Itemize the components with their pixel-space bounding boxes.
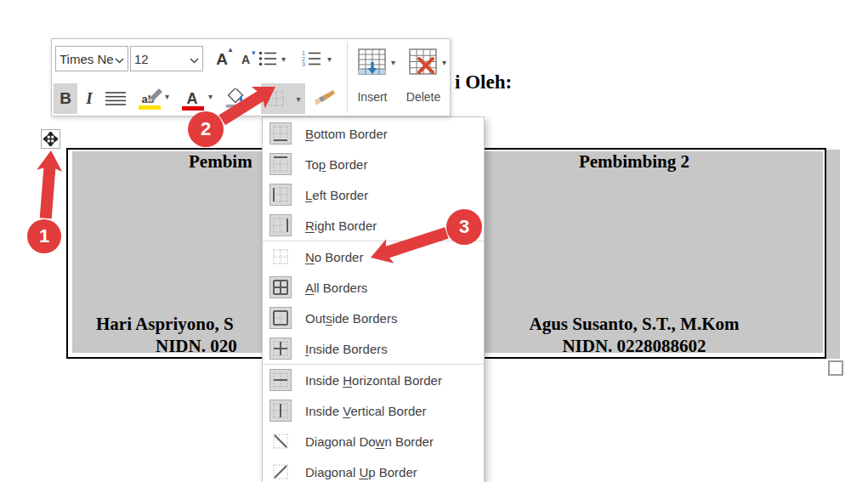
document-heading-fragment: i Oleh:	[455, 71, 512, 94]
numbering-dropdown-arrow[interactable]: ▾	[327, 54, 332, 64]
format-painter-brush-icon	[315, 88, 335, 109]
shrink-font-button[interactable]: A▼	[234, 48, 258, 71]
menu-item-inside-vertical-border[interactable]: Inside Vertical Border	[263, 395, 484, 426]
font-color-dropdown-arrow[interactable]: ▾	[208, 92, 213, 101]
chevron-down-icon	[115, 52, 124, 66]
mini-toolbar: Times Ne 12 A▲ A▼ ▾ 123 ▾ B I	[51, 38, 451, 116]
highlight-color-bar	[139, 105, 161, 110]
callout-arrow-1	[33, 150, 64, 219]
numbering-button[interactable]: 123	[298, 46, 324, 71]
table-resize-handle[interactable]	[828, 360, 843, 376]
border-outside-icon	[272, 309, 289, 326]
border-diag-down-icon	[272, 433, 289, 450]
left-cell-title: Pembim	[189, 153, 252, 171]
menu-item-inside-borders[interactable]: Inside Borders	[263, 333, 484, 364]
delete-table-icon	[409, 48, 438, 76]
shading-button[interactable]	[220, 83, 249, 114]
italic-button[interactable]: I	[80, 83, 99, 114]
svg-text:3: 3	[302, 61, 305, 67]
borders-dropdown-arrow[interactable]: ▾	[292, 83, 305, 114]
border-bottom-icon	[272, 125, 289, 142]
move-cross-icon	[43, 132, 58, 146]
justify-icon	[105, 91, 126, 106]
bullets-dropdown-arrow[interactable]: ▾	[281, 54, 286, 64]
italic-label: I	[86, 89, 92, 108]
font-name-value: Times Ne	[60, 52, 114, 66]
right-cell-title: Pembimbing 2	[579, 153, 689, 171]
bold-label: B	[60, 89, 71, 108]
highlighter-pen-icon	[147, 88, 162, 102]
bold-button[interactable]: B	[54, 83, 77, 114]
text-highlight-button[interactable]: ab	[133, 83, 163, 114]
insert-label: Insert	[351, 90, 394, 104]
highlight-dropdown-arrow[interactable]: ▾	[165, 92, 169, 101]
caret-down-icon: ▾	[296, 94, 300, 104]
borders-dropdown-menu: Bottom Border Top Border Left Border Rig…	[262, 116, 485, 482]
border-left-icon	[272, 186, 289, 203]
menu-item-outside-borders[interactable]: Outside Borders	[263, 303, 484, 333]
font-size-combo[interactable]: 12	[130, 46, 203, 71]
border-inside-icon	[272, 340, 289, 357]
shading-dropdown-arrow[interactable]: ▾	[251, 92, 255, 101]
font-color-button[interactable]: A	[178, 83, 207, 114]
insert-table-button[interactable]	[356, 46, 389, 78]
toolbar-separator	[347, 42, 348, 113]
menu-item-diagonal-down-border[interactable]: Diagonal Down Border	[263, 426, 484, 456]
menu-item-no-border[interactable]: No Border	[263, 241, 484, 272]
menu-item-top-border[interactable]: Top Border	[263, 149, 484, 179]
font-name-combo[interactable]: Times Ne	[55, 46, 128, 71]
menu-item-left-border[interactable]: Left Border	[263, 179, 484, 210]
table-move-handle[interactable]	[41, 129, 60, 149]
border-top-icon	[272, 156, 289, 173]
justify-button[interactable]	[102, 83, 129, 114]
delete-dropdown-arrow[interactable]: ▾	[442, 58, 446, 67]
menu-item-diagonal-up-border[interactable]: Diagonal Up Border	[263, 456, 484, 482]
insert-dropdown-arrow[interactable]: ▾	[391, 58, 395, 67]
menu-item-inside-horizontal-border[interactable]: Inside Horizontal Border	[263, 364, 484, 395]
right-cell-name: Agus Susanto, S.T., M.Kom	[530, 315, 740, 333]
border-right-icon	[272, 217, 289, 234]
border-none-icon	[272, 248, 289, 265]
font-color-label: A	[187, 90, 198, 107]
table-right-shading-strip	[826, 150, 840, 359]
left-cell-name: Hari Aspriyono, S	[96, 315, 234, 333]
callout-circle-1: 1	[27, 219, 61, 253]
border-all-icon	[272, 279, 289, 296]
paint-bucket-icon	[224, 88, 246, 109]
callout-circle-2: 2	[188, 111, 224, 147]
right-cell-nidn: NIDN. 0228088602	[562, 337, 706, 355]
font-color-bar	[182, 106, 204, 111]
chevron-down-icon	[190, 52, 199, 66]
menu-item-right-border[interactable]: Right Border	[263, 210, 484, 241]
border-diag-up-icon	[272, 463, 289, 480]
border-inside-h-icon	[272, 371, 289, 388]
svg-text:2: 2	[201, 118, 211, 139]
menu-item-all-borders[interactable]: All Borders	[263, 272, 484, 303]
delete-table-button[interactable]	[407, 46, 440, 78]
left-cell-nidn: NIDN. 020	[156, 337, 237, 355]
bullets-button[interactable]	[256, 46, 280, 71]
bullet-list-icon	[258, 50, 277, 67]
font-size-value: 12	[134, 52, 149, 66]
svg-text:1: 1	[39, 225, 49, 247]
insert-rows-icon	[358, 48, 387, 76]
menu-item-bottom-border[interactable]: Bottom Border	[263, 118, 484, 149]
delete-label: Delete	[402, 90, 445, 104]
borders-button[interactable]	[261, 83, 292, 114]
caret-up-icon: ▲	[227, 47, 234, 54]
format-painter-button[interactable]	[309, 83, 340, 114]
numbered-list-icon: 123	[301, 50, 321, 67]
border-inside-v-icon	[272, 402, 289, 419]
borders-grid-icon	[268, 90, 285, 107]
grow-font-button[interactable]: A▲	[209, 46, 235, 71]
